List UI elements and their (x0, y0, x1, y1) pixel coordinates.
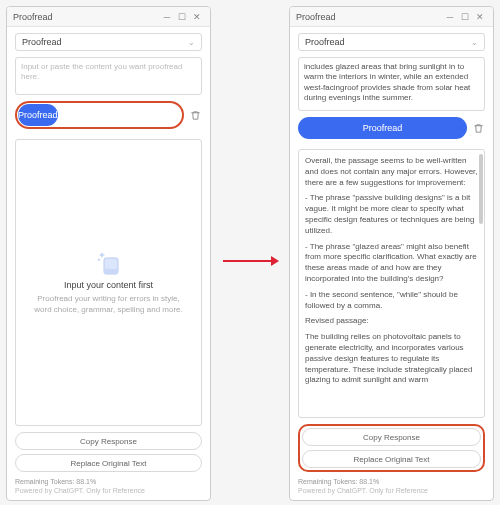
close-icon[interactable]: ✕ (473, 10, 487, 24)
trash-icon[interactable] (471, 121, 485, 135)
input-text: includes glazed areas that bring sunligh… (304, 62, 470, 102)
powered-label: Powered by ChatGPT. Only for Reference (298, 487, 485, 494)
input-textarea[interactable]: Input or paste the content you want proo… (15, 57, 202, 95)
proofread-button[interactable]: Proofread (18, 104, 58, 126)
input-textarea[interactable]: includes glazed areas that bring sunligh… (298, 57, 485, 111)
maximize-icon[interactable]: ☐ (175, 10, 189, 24)
output-line: The building relies on photovoltaic pane… (305, 332, 478, 386)
output-line: - The phrase "passive building designs" … (305, 193, 478, 236)
mode-dropdown[interactable]: Proofread ⌄ (15, 33, 202, 51)
output-line: - In the second sentence, "while" should… (305, 290, 478, 312)
titlebar: Proofread ─ ☐ ✕ (7, 7, 210, 27)
highlight-box: Proofread (15, 101, 184, 129)
result-area[interactable]: Overall, the passage seems to be well-wr… (298, 149, 485, 418)
output-line: - The phrase "glazed areas" might also b… (305, 242, 478, 285)
replace-text-button[interactable]: Replace Original Text (15, 454, 202, 472)
mode-dropdown[interactable]: Proofread ⌄ (298, 33, 485, 51)
minimize-icon[interactable]: ─ (160, 10, 174, 24)
dropdown-selected: Proofread (22, 37, 62, 47)
empty-state-icon (94, 250, 124, 276)
titlebar: Proofread ─ ☐ ✕ (290, 7, 493, 27)
placeholder-text: Input or paste the content you want proo… (21, 62, 182, 81)
trash-icon[interactable] (188, 108, 202, 122)
copy-response-button[interactable]: Copy Response (302, 428, 481, 446)
tokens-label: Remaining Tokens: 88.1% (298, 478, 485, 485)
powered-label: Powered by ChatGPT. Only for Reference (15, 487, 202, 494)
empty-subtitle: Proofread your writing for errors in sty… (22, 294, 195, 315)
chevron-down-icon: ⌄ (188, 38, 195, 47)
dropdown-selected: Proofread (305, 37, 345, 47)
copy-response-button[interactable]: Copy Response (15, 432, 202, 450)
chevron-down-icon: ⌄ (471, 38, 478, 47)
panel-before: Proofread ─ ☐ ✕ Proofread ⌄ Input or pas… (6, 6, 211, 501)
highlight-box: Copy Response Replace Original Text (298, 424, 485, 472)
empty-title: Input your content first (64, 279, 153, 291)
result-area: Input your content first Proofread your … (15, 139, 202, 426)
arrow-icon (223, 255, 279, 267)
proofread-button[interactable]: Proofread (298, 117, 467, 139)
window-title: Proofread (296, 12, 336, 22)
tokens-label: Remaining Tokens: 88.1% (15, 478, 202, 485)
scrollbar[interactable] (479, 154, 483, 224)
window-title: Proofread (13, 12, 53, 22)
panel-after: Proofread ─ ☐ ✕ Proofread ⌄ includes gla… (289, 6, 494, 501)
minimize-icon[interactable]: ─ (443, 10, 457, 24)
close-icon[interactable]: ✕ (190, 10, 204, 24)
output-line: Overall, the passage seems to be well-wr… (305, 156, 478, 188)
maximize-icon[interactable]: ☐ (458, 10, 472, 24)
replace-text-button[interactable]: Replace Original Text (302, 450, 481, 468)
output-line: Revised passage: (305, 316, 478, 327)
